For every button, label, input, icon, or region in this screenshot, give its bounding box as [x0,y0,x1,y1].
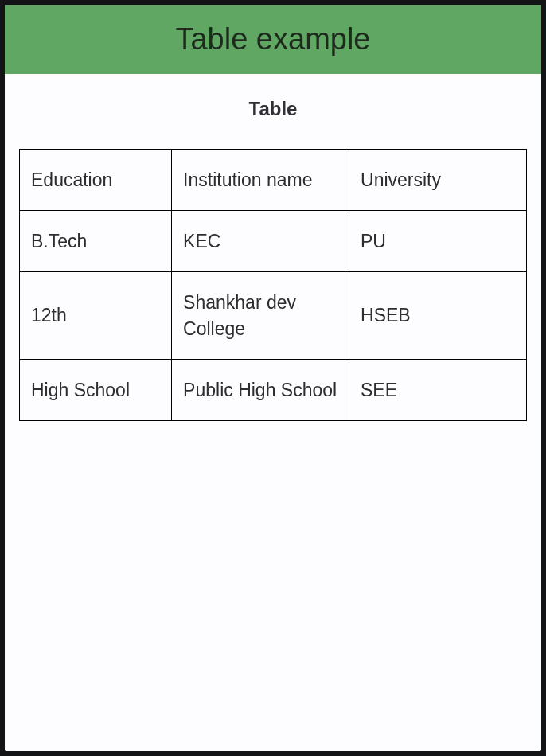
table-cell: HSEB [349,272,527,359]
table-cell: KEC [172,211,349,272]
table-header-cell: Education [20,150,172,211]
content-area: Table Education Institution name Univers… [5,74,541,435]
table-cell: SEE [349,359,527,420]
app-container: Table example Table Education Institutio… [5,5,541,751]
table-cell: PU [349,211,527,272]
section-title: Table [19,98,527,120]
table-header-cell: Institution name [172,150,349,211]
table-cell: High School [20,359,172,420]
table-row: B.Tech KEC PU [20,211,527,272]
table-header-row: Education Institution name University [20,150,527,211]
table-header-cell: University [349,150,527,211]
table-row: 12th Shankhar dev College HSEB [20,272,527,359]
education-table: Education Institution name University B.… [19,149,527,421]
table-cell: 12th [20,272,172,359]
table-row: High School Public High School SEE [20,359,527,420]
header-title: Table example [175,22,370,56]
table-cell: B.Tech [20,211,172,272]
table-cell: Shankhar dev College [172,272,349,359]
app-header: Table example [5,5,541,74]
table-cell: Public High School [172,359,349,420]
